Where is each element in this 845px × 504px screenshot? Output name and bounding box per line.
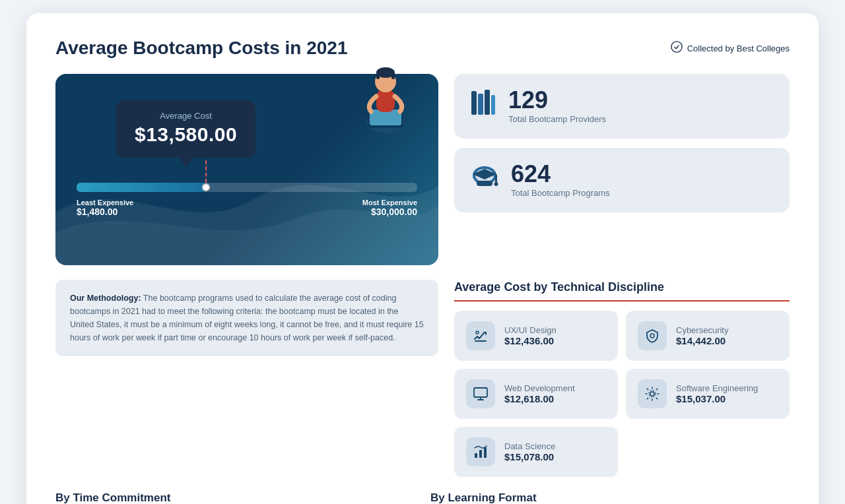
discipline-item-webdev: Web Development $12,618.00: [454, 369, 618, 419]
stat-programs-info: 624 Total Bootcamp Programs: [511, 162, 610, 198]
gear-icon: [638, 379, 667, 408]
svg-rect-28: [479, 450, 482, 458]
least-expensive-label: Least Expensive $1,480.00: [77, 199, 133, 217]
collected-by: Collected by Best Colleges: [671, 41, 790, 55]
svg-point-25: [650, 392, 654, 396]
graduation-icon: [470, 162, 499, 197]
svg-rect-15: [477, 181, 492, 186]
figure-illustration: [353, 49, 419, 141]
learning-format-title: By Learning Format: [430, 491, 790, 504]
time-commitment-title: By Time Commitment: [55, 491, 415, 504]
discipline-cybersecurity-name: Cybersecurity: [676, 325, 728, 335]
svg-rect-29: [484, 447, 487, 458]
main-title: Average Bootcamp Costs in 2021: [55, 37, 347, 59]
main-row: Our Methodology: The bootcamp programs u…: [55, 280, 790, 477]
main-card: Average Bootcamp Costs in 2021 Collected…: [26, 13, 819, 504]
discipline-webdev-name: Web Development: [504, 383, 575, 393]
discipline-item-datascience: Data Science $15,078.00: [454, 427, 618, 477]
top-row: Average Cost $13,580.00 Least Expensive …: [55, 74, 790, 265]
discipline-datascience-cost: $15,078.00: [504, 451, 555, 462]
collected-by-text: Collected by Best Colleges: [687, 44, 790, 53]
discipline-webdev-info: Web Development $12,618.00: [504, 383, 575, 404]
range-dotted-line: [205, 160, 207, 183]
methodology-box: Our Methodology: The bootcamp programs u…: [55, 280, 438, 356]
discipline-section: Average Cost by Technical Discipline: [454, 280, 790, 477]
svg-rect-7: [376, 73, 380, 79]
range-labels: Least Expensive $1,480.00 Most Expensive…: [77, 199, 417, 217]
svg-rect-4: [376, 90, 395, 112]
svg-rect-10: [478, 94, 483, 115]
discipline-webdev-cost: $12,618.00: [504, 393, 575, 404]
discipline-cybersecurity-cost: $14,442.00: [676, 335, 728, 346]
svg-rect-12: [491, 95, 495, 115]
range-bar-track: [77, 183, 417, 192]
discipline-software-name: Software Engineering: [676, 383, 758, 393]
discipline-item-uxui: UX/UI Design $12,436.00: [454, 311, 618, 361]
discipline-uxui-cost: $12,436.00: [504, 335, 557, 346]
discipline-cybersecurity-info: Cybersecurity $14,442.00: [676, 325, 728, 346]
time-commitment-section: By Time Commitment Part-Time $12,265.00 …: [55, 491, 415, 504]
stat-providers-label: Total Bootcamp Providers: [508, 114, 606, 124]
range-dot: [202, 183, 210, 191]
stat-card-programs: 624 Total Bootcamp Programs: [454, 148, 790, 212]
stats-col: 129 Total Bootcamp Providers 6: [454, 74, 790, 212]
discipline-uxui-name: UX/UI Design: [504, 325, 557, 335]
svg-point-20: [476, 331, 479, 334]
range-bar-fill: [77, 183, 206, 192]
monitor-icon: [466, 379, 495, 408]
shield-icon: [638, 321, 667, 350]
stat-programs-label: Total Bootcamp Programs: [511, 188, 610, 198]
chart-icon: [466, 437, 495, 466]
range-section: Least Expensive $1,480.00 Most Expensive…: [77, 183, 417, 217]
avg-cost-bubble: Average Cost $13,580.00: [116, 100, 255, 158]
discipline-software-info: Software Engineering $15,037.00: [676, 383, 758, 404]
design-icon: [466, 321, 495, 350]
discipline-item-software: Software Engineering $15,037.00: [626, 369, 790, 419]
stat-providers-info: 129 Total Bootcamp Providers: [508, 88, 606, 124]
discipline-divider: [454, 300, 790, 301]
svg-rect-27: [475, 453, 477, 458]
svg-rect-11: [485, 90, 490, 115]
discipline-uxui-info: UX/UI Design $12,436.00: [504, 325, 557, 346]
discipline-datascience-info: Data Science $15,078.00: [504, 441, 555, 462]
stat-programs-number: 624: [511, 162, 610, 186]
svg-rect-22: [474, 388, 487, 397]
svg-rect-8: [391, 73, 395, 79]
discipline-datascience-name: Data Science: [504, 441, 555, 451]
stat-card-providers: 129 Total Bootcamp Providers: [454, 74, 790, 139]
hero-card: Average Cost $13,580.00 Least Expensive …: [55, 74, 438, 265]
stat-providers-number: 129: [508, 88, 606, 112]
svg-point-21: [650, 334, 654, 338]
learning-format-section: By Learning Format Online $12,794.00 In …: [430, 491, 790, 504]
svg-point-18: [494, 182, 498, 186]
discipline-grid: UX/UI Design $12,436.00 Cybersecurity: [454, 311, 790, 477]
svg-point-0: [671, 42, 682, 52]
bottom-row: By Time Commitment Part-Time $12,265.00 …: [55, 491, 790, 504]
most-expensive-label: Most Expensive $30,000.00: [362, 199, 417, 217]
avg-cost-label: Average Cost: [135, 111, 237, 121]
discipline-title: Average Cost by Technical Discipline: [454, 280, 790, 295]
books-icon: [470, 88, 496, 123]
discipline-software-cost: $15,037.00: [676, 393, 758, 404]
methodology-bold: Our Methodology:: [70, 294, 141, 303]
avg-cost-value: $13,580.00: [135, 123, 237, 146]
header: Average Bootcamp Costs in 2021 Collected…: [55, 37, 790, 59]
verified-icon: [671, 41, 683, 55]
svg-rect-17: [495, 174, 497, 183]
discipline-item-cybersecurity: Cybersecurity $14,442.00: [626, 311, 790, 361]
svg-rect-9: [471, 91, 477, 115]
